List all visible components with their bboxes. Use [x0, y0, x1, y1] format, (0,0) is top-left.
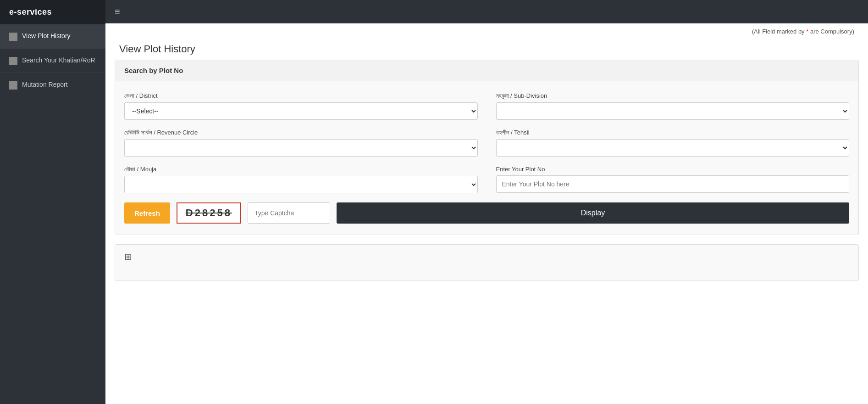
plot-no-label: Enter Your Plot No [496, 166, 850, 173]
district-label: জেলা / District [124, 92, 478, 100]
bottom-card: ⊞ [115, 244, 859, 281]
view-plot-history-icon [9, 33, 17, 41]
sidebar-item-label-mutation-report: Mutation Report [22, 80, 68, 89]
group-district: জেলা / District --Select-- [124, 92, 478, 120]
row-revenue-tehsil: রেভিনিউ সার্কল / Revenue Circle তহশীল / … [124, 129, 849, 157]
row-mouja-plotno: মৌজা / Mouja Enter Your Plot No [124, 166, 849, 193]
mouja-select[interactable] [124, 176, 478, 193]
subdivision-label: মহকুমা / Sub-Division [496, 92, 850, 100]
compulsory-note: (All Field marked by * are Compulsory) [105, 23, 868, 35]
refresh-button[interactable]: Refresh [124, 202, 170, 224]
group-mouja: মৌজা / Mouja [124, 166, 478, 193]
display-button[interactable]: Display [337, 202, 849, 224]
group-revenue-circle: রেভিনিউ সার্কল / Revenue Circle [124, 129, 478, 157]
sidebar: e-services View Plot History Search Your… [0, 0, 105, 404]
group-tehsil: তহশীল / Tehsil [496, 129, 850, 157]
page-title: View Plot History [105, 35, 868, 60]
sidebar-item-search-khatian[interactable]: Search Your Khatian/RoR [0, 49, 105, 73]
row-district-subdivision: জেলা / District --Select-- মহকুমা / Sub-… [124, 92, 849, 120]
form-card-title: Search by Plot No [115, 60, 858, 81]
subdivision-select[interactable] [496, 102, 850, 120]
captcha-display: D28258 [177, 202, 241, 224]
search-form-card: Search by Plot No জেলা / District --Sele… [115, 60, 859, 235]
tehsil-select[interactable] [496, 139, 850, 157]
required-star: * [806, 28, 808, 35]
sidebar-item-mutation-report[interactable]: Mutation Report [0, 73, 105, 97]
page-body: (All Field marked by * are Compulsory) V… [105, 23, 868, 404]
mutation-report-icon [9, 81, 17, 90]
form-card-body: জেলা / District --Select-- মহকুমা / Sub-… [115, 81, 858, 235]
sidebar-item-label-search-khatian: Search Your Khatian/RoR [22, 56, 95, 64]
search-khatian-icon [9, 57, 17, 65]
topbar: ≡ [105, 0, 868, 23]
captcha-input[interactable] [248, 202, 330, 224]
revenue-circle-select[interactable] [124, 139, 478, 157]
tehsil-label: তহশীল / Tehsil [496, 129, 850, 136]
main-content: ≡ (All Field marked by * are Compulsory)… [105, 0, 868, 404]
sidebar-item-view-plot-history[interactable]: View Plot History [0, 24, 105, 49]
plot-no-input[interactable] [496, 175, 850, 193]
table-icon: ⊞ [124, 252, 132, 262]
captcha-row: Refresh D28258 Display [124, 202, 849, 224]
brand-title: e-services [0, 0, 105, 24]
group-subdivision: মহকুমা / Sub-Division [496, 92, 850, 120]
menu-icon[interactable]: ≡ [115, 6, 120, 17]
mouja-label: মৌজা / Mouja [124, 166, 478, 173]
group-plot-no: Enter Your Plot No [496, 166, 850, 193]
sidebar-item-label-view-plot-history: View Plot History [22, 32, 71, 40]
revenue-circle-label: রেভিনিউ সার্কল / Revenue Circle [124, 129, 478, 136]
district-select[interactable]: --Select-- [124, 102, 478, 120]
